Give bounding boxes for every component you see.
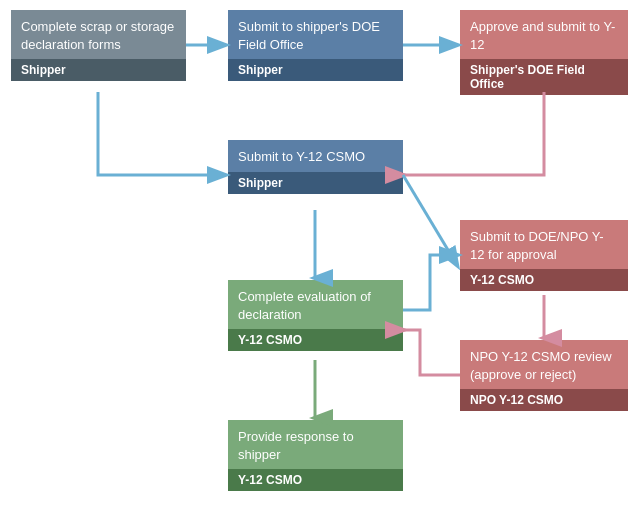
box-evaluation-footer: Y-12 CSMO bbox=[228, 329, 403, 351]
box-submit-y12-label: Submit to Y-12 CSMO bbox=[228, 140, 403, 172]
box-complete-forms: Complete scrap or storage declaration fo… bbox=[11, 10, 186, 81]
box-submit-doe: Submit to shipper's DOE Field Office Shi… bbox=[228, 10, 403, 81]
box-approve-submit-footer: Shipper's DOE Field Office bbox=[460, 59, 628, 95]
box-response-footer: Y-12 CSMO bbox=[228, 469, 403, 491]
box-approve-submit: Approve and submit to Y-12 Shipper's DOE… bbox=[460, 10, 628, 95]
box-approve-submit-label: Approve and submit to Y-12 bbox=[460, 10, 628, 59]
box-submit-y12-footer: Shipper bbox=[228, 172, 403, 194]
box-submit-npo: Submit to DOE/NPO Y-12 for approval Y-12… bbox=[460, 220, 628, 291]
box-submit-doe-footer: Shipper bbox=[228, 59, 403, 81]
box-submit-npo-footer: Y-12 CSMO bbox=[460, 269, 628, 291]
box-submit-npo-label: Submit to DOE/NPO Y-12 for approval bbox=[460, 220, 628, 269]
arrow-6-to-7 bbox=[403, 330, 460, 375]
box-complete-forms-footer: Shipper bbox=[11, 59, 186, 81]
arrow-3-to-5 bbox=[403, 175, 457, 265]
arrow-4-to-3 bbox=[403, 92, 544, 175]
box-submit-doe-label: Submit to shipper's DOE Field Office bbox=[228, 10, 403, 59]
box-npo-review-footer: NPO Y-12 CSMO bbox=[460, 389, 628, 411]
arrow-7-to-5 bbox=[403, 255, 457, 310]
arrow-1-to-3 bbox=[98, 92, 225, 175]
box-submit-y12: Submit to Y-12 CSMO Shipper bbox=[228, 140, 403, 194]
box-response-label: Provide response to shipper bbox=[228, 420, 403, 469]
box-evaluation-label: Complete evaluation of declaration bbox=[228, 280, 403, 329]
box-response: Provide response to shipper Y-12 CSMO bbox=[228, 420, 403, 491]
box-complete-forms-label: Complete scrap or storage declaration fo… bbox=[11, 10, 186, 59]
box-npo-review-label: NPO Y-12 CSMO review (approve or reject) bbox=[460, 340, 628, 389]
box-npo-review: NPO Y-12 CSMO review (approve or reject)… bbox=[460, 340, 628, 411]
box-evaluation: Complete evaluation of declaration Y-12 … bbox=[228, 280, 403, 351]
flow-diagram: Complete scrap or storage declaration fo… bbox=[0, 0, 640, 517]
